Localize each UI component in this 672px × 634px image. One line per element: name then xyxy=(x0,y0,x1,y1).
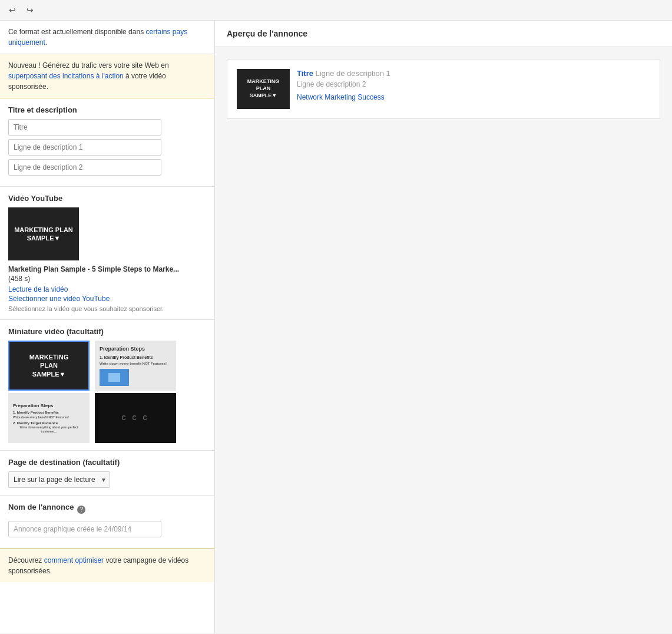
preview-inner: MARKETING PLAN SAMPLE▼ Titre Ligne de de… xyxy=(237,69,650,109)
miniature-section-title: Miniature vidéo (facultatif) xyxy=(8,327,206,336)
thumb2-content: Preparation Steps 1. Identify Product Be… xyxy=(96,342,175,389)
preview-title-label: Titre xyxy=(297,69,313,78)
bottom-alert: Découvrez comment optimiser votre campag… xyxy=(0,549,214,582)
titre-section: Titre et description xyxy=(0,98,214,187)
video-title: Marketing Plan Sample - 5 Simple Steps t… xyxy=(8,265,206,273)
preview-area: MARKETING PLAN SAMPLE▼ Titre Ligne de de… xyxy=(215,47,672,131)
ad-name-title: Nom de l'annonce xyxy=(8,503,74,511)
alert-yellow-text-before: Nouveau ! Générez du trafic vers votre s… xyxy=(8,61,169,70)
destination-section: Page de destination (facultatif) Lire su… xyxy=(0,451,214,496)
preview-channel: Network Marketing Success xyxy=(297,93,650,101)
desc2-input[interactable] xyxy=(8,159,161,176)
video-thumb-text: MARKETING PLAN SAMPLE▼ xyxy=(8,223,79,245)
video-thumbnail: MARKETING PLAN SAMPLE▼ xyxy=(8,207,79,260)
alert-info-text-before: Ce format est actuellement disponible da… xyxy=(8,28,145,36)
thumb3-content: Preparation Steps 1. Identify Product Be… xyxy=(9,394,88,442)
thumb1-text: MARKETING PLAN SAMPLE▼ xyxy=(9,342,88,389)
right-panel-header: Aperçu de l'annonce xyxy=(215,21,672,47)
destination-select[interactable]: Lire sur la page de lecture xyxy=(8,471,110,488)
preview-video-thumb: MARKETING PLAN SAMPLE▼ xyxy=(237,69,290,109)
video-section: Vidéo YouTube MARKETING PLAN SAMPLE▼ Mar… xyxy=(0,187,214,320)
thumbnail-grid: MARKETING PLAN SAMPLE▼ Preparation Steps… xyxy=(8,341,179,443)
preview-thumb-text: MARKETING PLAN SAMPLE▼ xyxy=(247,78,280,99)
video-hint: Sélectionnez la vidéo que vous souhaitez… xyxy=(8,305,206,312)
video-section-title: Vidéo YouTube xyxy=(8,194,206,203)
bottom-alert-link[interactable]: comment optimiser xyxy=(44,556,104,564)
alert-yellow-link[interactable]: superposant des incitations à l'action xyxy=(8,72,124,80)
redo-button[interactable]: ↪ xyxy=(24,4,37,16)
watch-video-link[interactable]: Lecture de la vidéo xyxy=(8,285,206,293)
ad-name-section: Nom de l'annonce ? xyxy=(0,496,214,549)
thumb3-sub1: Write down every benefit NOT Features! xyxy=(13,415,69,420)
destination-section-title: Page de destination (facultatif) xyxy=(8,458,206,467)
ad-name-label-row: Nom de l'annonce ? xyxy=(8,503,206,516)
titre-section-title: Titre et description xyxy=(8,105,206,114)
thumb3-item1: 1. Identify Product Benefits xyxy=(13,410,59,415)
thumb4-text: C C C xyxy=(96,394,175,442)
preview-desc1-inline: Ligne de description 1 xyxy=(316,69,390,78)
preview-desc2: Ligne de description 2 xyxy=(297,80,650,88)
select-wrap: Lire sur la page de lecture ▼ xyxy=(8,471,110,488)
right-panel: Aperçu de l'annonce MARKETING PLAN SAMPL… xyxy=(215,21,672,633)
preview-card: MARKETING PLAN SAMPLE▼ Titre Ligne de de… xyxy=(227,59,660,119)
thumb2-title: Preparation Steps xyxy=(100,345,145,353)
ad-name-input[interactable] xyxy=(8,521,161,537)
video-duration: (458 s) xyxy=(8,275,206,283)
thumb3-title: Preparation Steps xyxy=(13,402,53,409)
alert-info-text-after: . xyxy=(45,38,47,47)
help-icon: ? xyxy=(77,506,85,514)
desc1-input[interactable] xyxy=(8,139,161,156)
thumbnail-1[interactable]: MARKETING PLAN SAMPLE▼ xyxy=(8,341,90,391)
right-panel-title: Aperçu de l'annonce xyxy=(227,29,307,38)
toolbar: ↩ ↪ xyxy=(0,0,672,21)
main-container: Ce format est actuellement disponible da… xyxy=(0,21,672,633)
titre-input[interactable] xyxy=(8,119,161,136)
thumb2-sub: Write down every benefit NOT Features! xyxy=(100,361,167,366)
miniature-section: Miniature vidéo (facultatif) MARKETING P… xyxy=(0,320,214,451)
thumb3-item2: 2. Identify Target Audience xyxy=(13,421,58,425)
left-panel: Ce format est actuellement disponible da… xyxy=(0,21,215,633)
preview-title-row: Titre Ligne de description 1 xyxy=(297,69,650,78)
alert-info: Ce format est actuellement disponible da… xyxy=(0,21,214,54)
thumbnail-4[interactable]: C C C xyxy=(95,393,176,443)
thumb2-item1: 1. Identify Product Benefits xyxy=(100,355,153,361)
alert-yellow: Nouveau ! Générez du trafic vers votre s… xyxy=(0,54,214,98)
thumb3-sub2: Write down everything about your perfect… xyxy=(13,425,85,434)
thumbnail-3[interactable]: Preparation Steps 1. Identify Product Be… xyxy=(8,393,90,443)
select-video-link[interactable]: Sélectionner une vidéo YouTube xyxy=(8,295,206,303)
thumbnail-2[interactable]: Preparation Steps 1. Identify Product Be… xyxy=(95,341,176,391)
bottom-alert-text-before: Découvrez xyxy=(8,556,44,564)
preview-text: Titre Ligne de description 1 Ligne de de… xyxy=(297,69,650,101)
undo-button[interactable]: ↩ xyxy=(6,4,19,16)
